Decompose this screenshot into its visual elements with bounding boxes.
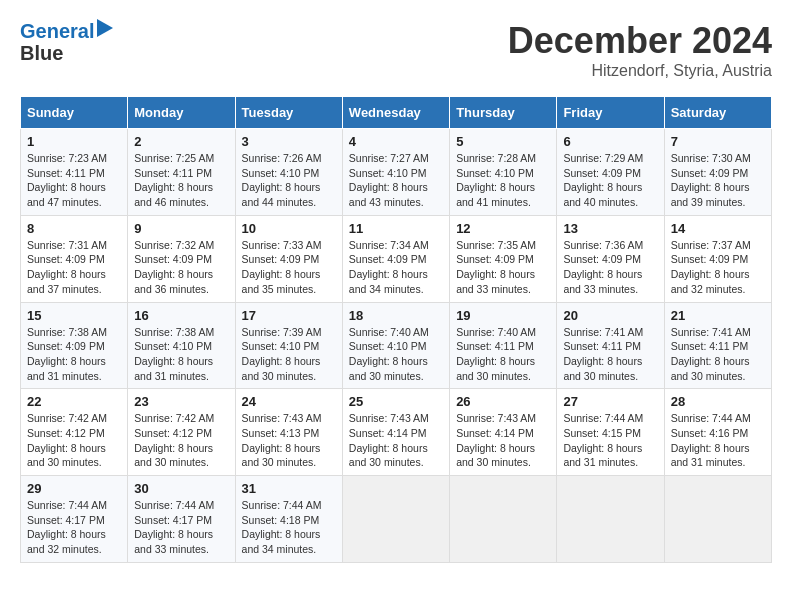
column-header-thursday: Thursday	[450, 97, 557, 129]
day-info: Sunrise: 7:37 AMSunset: 4:09 PMDaylight:…	[671, 239, 751, 295]
location: Hitzendorf, Styria, Austria	[508, 62, 772, 80]
day-number: 1	[27, 134, 121, 149]
month-title: December 2024	[508, 20, 772, 62]
day-info: Sunrise: 7:32 AMSunset: 4:09 PMDaylight:…	[134, 239, 214, 295]
day-number: 27	[563, 394, 657, 409]
day-info: Sunrise: 7:39 AMSunset: 4:10 PMDaylight:…	[242, 326, 322, 382]
day-info: Sunrise: 7:27 AMSunset: 4:10 PMDaylight:…	[349, 152, 429, 208]
day-number: 26	[456, 394, 550, 409]
day-info: Sunrise: 7:44 AMSunset: 4:17 PMDaylight:…	[134, 499, 214, 555]
column-header-sunday: Sunday	[21, 97, 128, 129]
calendar-day-cell: 6Sunrise: 7:29 AMSunset: 4:09 PMDaylight…	[557, 129, 664, 216]
calendar-day-cell: 27Sunrise: 7:44 AMSunset: 4:15 PMDayligh…	[557, 389, 664, 476]
day-info: Sunrise: 7:43 AMSunset: 4:14 PMDaylight:…	[349, 412, 429, 468]
day-number: 20	[563, 308, 657, 323]
day-info: Sunrise: 7:44 AMSunset: 4:18 PMDaylight:…	[242, 499, 322, 555]
day-info: Sunrise: 7:36 AMSunset: 4:09 PMDaylight:…	[563, 239, 643, 295]
day-number: 7	[671, 134, 765, 149]
calendar-day-cell	[342, 476, 449, 563]
day-info: Sunrise: 7:25 AMSunset: 4:11 PMDaylight:…	[134, 152, 214, 208]
calendar-day-cell: 15Sunrise: 7:38 AMSunset: 4:09 PMDayligh…	[21, 302, 128, 389]
calendar-day-cell: 12Sunrise: 7:35 AMSunset: 4:09 PMDayligh…	[450, 215, 557, 302]
day-info: Sunrise: 7:44 AMSunset: 4:16 PMDaylight:…	[671, 412, 751, 468]
day-info: Sunrise: 7:40 AMSunset: 4:10 PMDaylight:…	[349, 326, 429, 382]
day-number: 31	[242, 481, 336, 496]
day-number: 8	[27, 221, 121, 236]
calendar-day-cell	[557, 476, 664, 563]
day-info: Sunrise: 7:43 AMSunset: 4:13 PMDaylight:…	[242, 412, 322, 468]
page-header: General Blue December 2024 Hitzendorf, S…	[20, 20, 772, 80]
calendar-day-cell: 17Sunrise: 7:39 AMSunset: 4:10 PMDayligh…	[235, 302, 342, 389]
day-info: Sunrise: 7:41 AMSunset: 4:11 PMDaylight:…	[671, 326, 751, 382]
calendar-day-cell: 31Sunrise: 7:44 AMSunset: 4:18 PMDayligh…	[235, 476, 342, 563]
calendar-day-cell	[664, 476, 771, 563]
calendar-day-cell: 5Sunrise: 7:28 AMSunset: 4:10 PMDaylight…	[450, 129, 557, 216]
column-header-saturday: Saturday	[664, 97, 771, 129]
day-info: Sunrise: 7:38 AMSunset: 4:10 PMDaylight:…	[134, 326, 214, 382]
day-number: 11	[349, 221, 443, 236]
column-header-monday: Monday	[128, 97, 235, 129]
column-header-tuesday: Tuesday	[235, 97, 342, 129]
day-info: Sunrise: 7:44 AMSunset: 4:15 PMDaylight:…	[563, 412, 643, 468]
calendar-header-row: SundayMondayTuesdayWednesdayThursdayFrid…	[21, 97, 772, 129]
logo-text: General	[20, 20, 113, 42]
day-info: Sunrise: 7:42 AMSunset: 4:12 PMDaylight:…	[27, 412, 107, 468]
calendar-day-cell: 13Sunrise: 7:36 AMSunset: 4:09 PMDayligh…	[557, 215, 664, 302]
calendar-day-cell: 3Sunrise: 7:26 AMSunset: 4:10 PMDaylight…	[235, 129, 342, 216]
day-number: 14	[671, 221, 765, 236]
calendar-day-cell: 30Sunrise: 7:44 AMSunset: 4:17 PMDayligh…	[128, 476, 235, 563]
day-number: 22	[27, 394, 121, 409]
day-number: 13	[563, 221, 657, 236]
day-info: Sunrise: 7:38 AMSunset: 4:09 PMDaylight:…	[27, 326, 107, 382]
title-block: December 2024 Hitzendorf, Styria, Austri…	[508, 20, 772, 80]
day-number: 3	[242, 134, 336, 149]
day-number: 24	[242, 394, 336, 409]
calendar-week-row: 8Sunrise: 7:31 AMSunset: 4:09 PMDaylight…	[21, 215, 772, 302]
day-number: 17	[242, 308, 336, 323]
day-number: 4	[349, 134, 443, 149]
day-info: Sunrise: 7:30 AMSunset: 4:09 PMDaylight:…	[671, 152, 751, 208]
day-info: Sunrise: 7:41 AMSunset: 4:11 PMDaylight:…	[563, 326, 643, 382]
day-number: 6	[563, 134, 657, 149]
day-info: Sunrise: 7:29 AMSunset: 4:09 PMDaylight:…	[563, 152, 643, 208]
day-number: 16	[134, 308, 228, 323]
calendar-day-cell: 10Sunrise: 7:33 AMSunset: 4:09 PMDayligh…	[235, 215, 342, 302]
calendar-day-cell: 9Sunrise: 7:32 AMSunset: 4:09 PMDaylight…	[128, 215, 235, 302]
calendar-week-row: 22Sunrise: 7:42 AMSunset: 4:12 PMDayligh…	[21, 389, 772, 476]
day-info: Sunrise: 7:28 AMSunset: 4:10 PMDaylight:…	[456, 152, 536, 208]
calendar-day-cell: 19Sunrise: 7:40 AMSunset: 4:11 PMDayligh…	[450, 302, 557, 389]
day-info: Sunrise: 7:26 AMSunset: 4:10 PMDaylight:…	[242, 152, 322, 208]
calendar-day-cell: 8Sunrise: 7:31 AMSunset: 4:09 PMDaylight…	[21, 215, 128, 302]
day-number: 19	[456, 308, 550, 323]
day-number: 2	[134, 134, 228, 149]
day-number: 25	[349, 394, 443, 409]
day-number: 9	[134, 221, 228, 236]
calendar-day-cell: 23Sunrise: 7:42 AMSunset: 4:12 PMDayligh…	[128, 389, 235, 476]
column-header-friday: Friday	[557, 97, 664, 129]
calendar-day-cell: 24Sunrise: 7:43 AMSunset: 4:13 PMDayligh…	[235, 389, 342, 476]
calendar-day-cell	[450, 476, 557, 563]
calendar-day-cell: 18Sunrise: 7:40 AMSunset: 4:10 PMDayligh…	[342, 302, 449, 389]
logo-arrow-icon	[97, 19, 113, 41]
logo-general: General	[20, 20, 94, 42]
day-number: 15	[27, 308, 121, 323]
day-info: Sunrise: 7:43 AMSunset: 4:14 PMDaylight:…	[456, 412, 536, 468]
logo: General Blue	[20, 20, 113, 65]
day-number: 21	[671, 308, 765, 323]
calendar-day-cell: 21Sunrise: 7:41 AMSunset: 4:11 PMDayligh…	[664, 302, 771, 389]
calendar-day-cell: 4Sunrise: 7:27 AMSunset: 4:10 PMDaylight…	[342, 129, 449, 216]
day-info: Sunrise: 7:42 AMSunset: 4:12 PMDaylight:…	[134, 412, 214, 468]
day-number: 18	[349, 308, 443, 323]
day-info: Sunrise: 7:40 AMSunset: 4:11 PMDaylight:…	[456, 326, 536, 382]
calendar-day-cell: 25Sunrise: 7:43 AMSunset: 4:14 PMDayligh…	[342, 389, 449, 476]
calendar-day-cell: 29Sunrise: 7:44 AMSunset: 4:17 PMDayligh…	[21, 476, 128, 563]
calendar-week-row: 1Sunrise: 7:23 AMSunset: 4:11 PMDaylight…	[21, 129, 772, 216]
day-info: Sunrise: 7:34 AMSunset: 4:09 PMDaylight:…	[349, 239, 429, 295]
calendar-day-cell: 14Sunrise: 7:37 AMSunset: 4:09 PMDayligh…	[664, 215, 771, 302]
logo-blue: Blue	[20, 42, 113, 65]
calendar-day-cell: 7Sunrise: 7:30 AMSunset: 4:09 PMDaylight…	[664, 129, 771, 216]
day-number: 12	[456, 221, 550, 236]
calendar-day-cell: 2Sunrise: 7:25 AMSunset: 4:11 PMDaylight…	[128, 129, 235, 216]
calendar-day-cell: 11Sunrise: 7:34 AMSunset: 4:09 PMDayligh…	[342, 215, 449, 302]
day-number: 23	[134, 394, 228, 409]
